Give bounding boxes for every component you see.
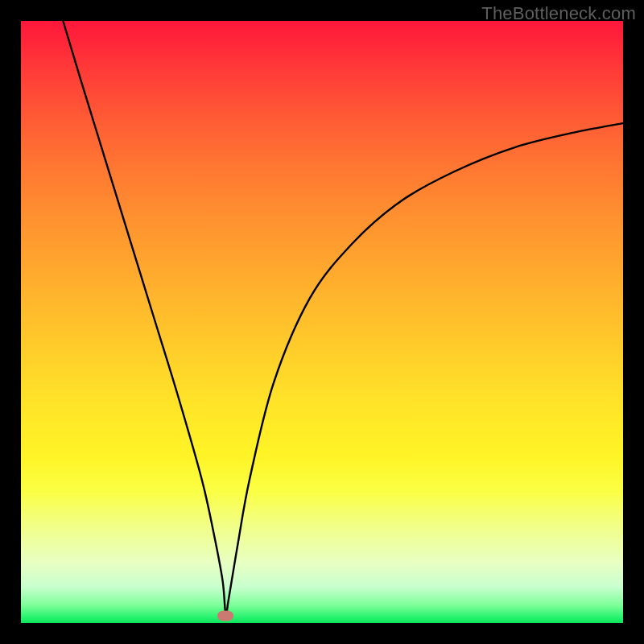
chart-frame: TheBottleneck.com — [0, 0, 644, 644]
watermark-text: TheBottleneck.com — [481, 3, 636, 24]
bottleneck-curve — [21, 21, 623, 623]
plot-area — [21, 21, 623, 623]
optimum-marker — [217, 611, 233, 621]
